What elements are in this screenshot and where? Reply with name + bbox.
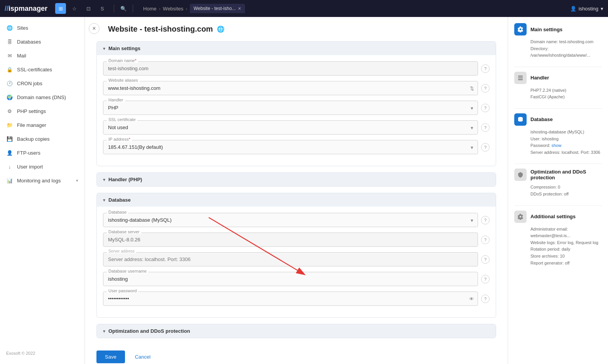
sidebar-item-file[interactable]: 📁 File manager — [0, 118, 84, 132]
user-password-input[interactable] — [103, 292, 478, 306]
php-icon: ⚙ — [6, 108, 13, 115]
topbar: //ispmanager ⊞ ☆ ⊡ S 🔍 Home › Websites ›… — [0, 0, 608, 17]
right-panel-db-icon — [514, 113, 527, 126]
sidebar-item-mail[interactable]: ✉ Mail — [0, 49, 84, 62]
breadcrumb-current-tab[interactable]: Website - test-isho... × — [190, 4, 245, 13]
website-aliases-input[interactable] — [103, 81, 478, 95]
section-optimization-header[interactable]: ▾ Optimization and DDoS protection — [97, 324, 496, 338]
database-select[interactable]: ishosting-database (MySQL) — [103, 213, 478, 227]
divider — [114, 5, 114, 12]
sidebar-label-file: File manager — [17, 122, 78, 128]
right-panel-db-suffix: Server address: localhost. Port: 3306 — [530, 150, 600, 155]
section-optimization: ▾ Optimization and DDoS protection — [96, 324, 496, 338]
right-panel-divider3 — [514, 163, 602, 164]
database-server-field: Database server ? — [103, 233, 490, 247]
right-panel-additional: Additional settings Administrator email:… — [514, 211, 602, 267]
page-title: Website - test-ishosting.com 🌐 — [108, 25, 496, 34]
apps-icon[interactable]: ⊡ — [83, 3, 94, 14]
section-database-title: Database — [108, 197, 131, 203]
section-main-settings-header[interactable]: ▾ Main settings — [97, 42, 496, 55]
database-select-field: Database ishosting-database (MySQL) ? — [103, 213, 490, 227]
db-username-help-icon[interactable]: ? — [481, 275, 490, 283]
section-main-settings-body: Domain name* ? Website aliases — [97, 55, 496, 166]
ip-address-help-icon[interactable]: ? — [481, 143, 490, 152]
right-panel-database-details: ishosting-database (MySQL) User: ishosti… — [514, 129, 602, 156]
sidebar-item-dns[interactable]: 🌍 Domain names (DNS) — [0, 90, 84, 104]
required-marker2: * — [128, 137, 130, 142]
sidebar-label-cron: CRON jobs — [17, 81, 78, 86]
right-panel-database-header: Database — [514, 113, 602, 126]
right-panel-database-title: Database — [530, 116, 553, 122]
db-username-field: Database username ? — [103, 272, 490, 286]
right-panel: Main settings Domain name: test-ishostin… — [508, 17, 608, 364]
aliases-sort-icon[interactable]: ⇅ — [470, 85, 474, 91]
title-text: Website - test-ishosting.com — [108, 25, 213, 34]
dollar-icon[interactable]: S — [97, 3, 108, 14]
topbar-icons: ⊞ ☆ ⊡ S — [55, 3, 108, 14]
database-help-icon[interactable]: ? — [481, 216, 490, 224]
sidebar-item-monitoring[interactable]: 📊 Monitoring and logs ▾ — [0, 174, 84, 187]
domain-name-input[interactable] — [103, 61, 478, 76]
chevron-down-icon: ▾ — [76, 178, 78, 183]
breadcrumb-home[interactable]: Home — [143, 6, 157, 12]
backup-icon: 💾 — [6, 135, 13, 142]
footer-text: Exosoft © 2022 — [6, 351, 35, 356]
form-actions: Save Cancel — [96, 344, 496, 363]
password-help-icon[interactable]: ? — [481, 295, 490, 303]
content-area: × Website - test-ishosting.com 🌐 ▾ Main … — [85, 17, 508, 364]
search-icon[interactable]: 🔍 — [120, 6, 127, 12]
show-password-icon[interactable]: 👁 — [469, 296, 474, 302]
sidebar-item-import[interactable]: ↓ User import — [0, 160, 84, 174]
breadcrumb-websites[interactable]: Websites — [163, 6, 183, 12]
right-panel-additional-details: Administrator email: webmaster@test-is..… — [514, 226, 602, 267]
breadcrumb-sep2: › — [186, 6, 187, 12]
ssl-cert-help-icon[interactable]: ? — [481, 123, 490, 132]
right-panel-additional-icon — [514, 211, 527, 223]
ip-address-select[interactable]: 185.4.67.151(By default) — [103, 140, 478, 154]
sidebar-item-ftp[interactable]: 👤 FTP-users — [0, 146, 84, 160]
username: ishosting — [579, 6, 598, 12]
server-address-help-icon[interactable]: ? — [481, 255, 490, 264]
aliases-help-icon[interactable]: ? — [481, 84, 490, 93]
domain-name-help-icon[interactable]: ? — [481, 64, 490, 73]
right-panel-db-link[interactable]: show — [551, 143, 561, 148]
chevron-down-icon: ▾ — [601, 6, 603, 12]
handler-help-icon[interactable]: ? — [481, 104, 490, 112]
ssl-cert-select[interactable]: Not used — [103, 120, 478, 135]
ip-address-field: IP address* 185.4.67.151(By default) ? — [103, 140, 490, 154]
home-grid-icon[interactable]: ⊞ — [55, 3, 66, 14]
sidebar-item-databases[interactable]: 🗄 Databases — [0, 35, 84, 49]
section-handler-php-header[interactable]: ▾ Handler (PHP) — [97, 173, 496, 186]
db-server-help-icon[interactable]: ? — [481, 236, 490, 244]
sidebar-item-sites[interactable]: 🌐 Sites — [0, 21, 84, 35]
db-username-input[interactable] — [103, 272, 478, 286]
save-button[interactable]: Save — [96, 351, 125, 363]
chevron-down-section-icon: ▾ — [103, 46, 105, 51]
database-server-input[interactable] — [103, 233, 478, 247]
required-marker: * — [135, 58, 136, 63]
server-address-input[interactable] — [103, 252, 478, 266]
star-icon[interactable]: ☆ — [69, 3, 80, 14]
user-icon: 👤 — [570, 6, 576, 12]
right-panel-main-settings: Main settings Domain name: test-ishostin… — [514, 23, 602, 59]
user-menu[interactable]: 👤 ishosting ▾ — [570, 6, 603, 12]
sidebar-item-ssl[interactable]: 🔒 SSL-certificates — [0, 62, 84, 76]
svg-rect-3 — [518, 77, 523, 78]
layout: 🌐 Sites 🗄 Databases ✉ Mail 🔒 SSL-certifi… — [0, 17, 608, 364]
close-button[interactable]: × — [89, 23, 100, 34]
section-main-settings-title: Main settings — [108, 46, 140, 51]
cancel-button[interactable]: Cancel — [130, 351, 156, 363]
chevron-right-php-icon: ▾ — [103, 177, 105, 182]
section-database-header[interactable]: ▾ Database — [97, 193, 496, 207]
monitor-icon: 📊 — [6, 177, 13, 184]
sidebar-item-php[interactable]: ⚙ PHP settings — [0, 104, 84, 118]
sidebar-item-backup[interactable]: 💾 Backup copies — [0, 132, 84, 146]
close-tab-icon[interactable]: × — [238, 5, 241, 12]
db-username-label: Database username — [107, 269, 148, 273]
handler-select[interactable]: PHP — [103, 101, 478, 115]
sidebar: 🌐 Sites 🗄 Databases ✉ Mail 🔒 SSL-certifi… — [0, 17, 85, 364]
right-panel-handler-title: Handler — [530, 75, 549, 81]
section-database: ▾ Database Databa — [96, 193, 496, 318]
right-panel-handler-icon — [514, 72, 527, 84]
sidebar-item-cron[interactable]: 🕐 CRON jobs — [0, 76, 84, 90]
